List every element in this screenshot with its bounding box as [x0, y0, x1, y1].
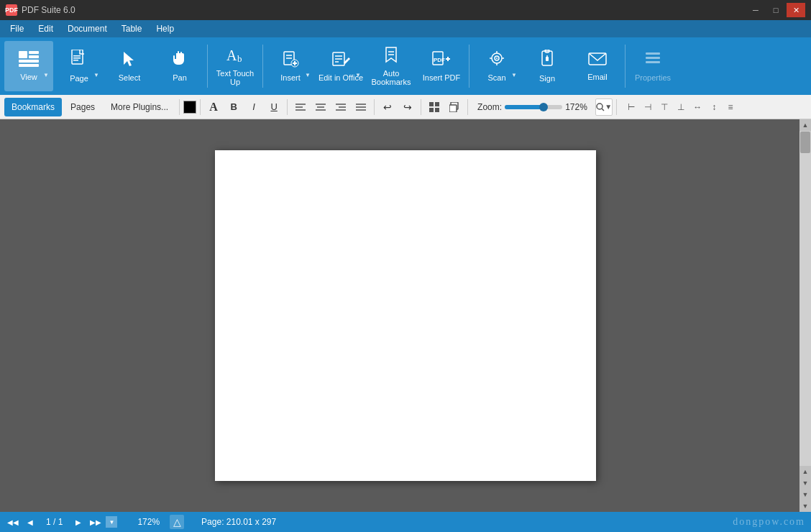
tool-snap-2[interactable]: ⊣: [640, 99, 656, 115]
nav-last-button[interactable]: ▶▶: [88, 515, 103, 529]
scan-icon: [487, 50, 506, 70]
redo-button[interactable]: ↪: [398, 98, 417, 116]
nav-first-button[interactable]: ◀◀: [6, 515, 20, 529]
sign-icon: [539, 50, 555, 71]
tool-text-touch-up[interactable]: A b Text Touch Up: [211, 41, 260, 91]
cut-button[interactable]: [425, 98, 444, 116]
svg-rect-56: [435, 102, 439, 106]
align-justify-button[interactable]: [352, 98, 370, 116]
tool-view[interactable]: View ▼: [4, 41, 53, 91]
zoom-search-button[interactable]: ▼: [595, 98, 613, 116]
scroll-down-3[interactable]: ▼: [799, 489, 811, 500]
sec-separator-2: [200, 99, 201, 115]
tool-distribute-h[interactable]: ↔: [689, 99, 705, 115]
tool-sign[interactable]: Sign: [523, 41, 572, 91]
scroll-down-2[interactable]: ▼: [799, 477, 811, 489]
scroll-thumb[interactable]: [800, 132, 810, 153]
view-dropdown-arrow: ▼: [43, 72, 49, 78]
title-bar-left: PDF PDF Suite 6.0: [6, 4, 75, 16]
title-bar: PDF PDF Suite 6.0 ─ □ ✕: [0, 0, 811, 20]
align-right-button[interactable]: [331, 98, 350, 116]
auto-bookmarks-icon: [382, 46, 400, 66]
main-content: ▲ ▲ ▼ ▼ ▼: [0, 119, 811, 512]
page-dropdown-arrow: ▼: [93, 72, 99, 78]
insert-dropdown-arrow: ▼: [305, 72, 311, 78]
nav-prev-button[interactable]: ◀: [23, 515, 37, 529]
align-left-button[interactable]: [291, 98, 310, 116]
tool-scan[interactable]: Scan ▼: [472, 41, 521, 91]
page-nav-dropdown[interactable]: ▼: [106, 516, 117, 528]
zoom-slider-thumb[interactable]: [539, 103, 548, 111]
tab-bookmarks[interactable]: Bookmarks: [4, 98, 62, 116]
title-bar-controls: ─ □ ✕: [746, 3, 805, 17]
pan-label: Pan: [173, 73, 187, 82]
scroll-track[interactable]: [799, 131, 811, 466]
svg-rect-7: [73, 58, 81, 59]
menu-table[interactable]: Table: [114, 20, 150, 37]
tool-insert[interactable]: Insert ▼: [266, 41, 315, 91]
zoom-up-button[interactable]: △: [170, 515, 184, 529]
insert-icon: [282, 50, 299, 70]
text-touch-up-icon: A b: [225, 46, 245, 66]
tool-pan[interactable]: Pan: [155, 41, 204, 91]
tool-select[interactable]: Select: [105, 41, 154, 91]
bold-button[interactable]: B: [224, 98, 243, 116]
secondary-toolbar: Bookmarks Pages More Plugins... A B I U …: [0, 95, 811, 119]
tool-snap-1[interactable]: ⊢: [623, 99, 639, 115]
nav-next-button[interactable]: ▶: [71, 515, 86, 529]
copy-button[interactable]: [445, 98, 464, 116]
menu-file[interactable]: File: [3, 20, 31, 37]
edit-office-dropdown-arrow: ▼: [355, 72, 361, 78]
properties-label: Properties: [635, 73, 671, 82]
svg-rect-3: [19, 60, 39, 63]
sec-separator-1: [179, 99, 180, 115]
tool-edit-in-office[interactable]: Edit in Office ▼: [316, 41, 365, 91]
tool-snap-4[interactable]: ⊥: [673, 99, 689, 115]
svg-rect-2: [29, 55, 39, 58]
tool-auto-bookmarks[interactable]: Auto Bookmarks: [367, 41, 416, 91]
svg-line-62: [602, 109, 604, 111]
scan-label: Scan: [487, 73, 505, 82]
page-icon: [71, 50, 87, 71]
toolbar-separator-4: [625, 45, 626, 88]
tool-properties[interactable]: Properties: [628, 41, 677, 91]
close-button[interactable]: ✕: [787, 3, 805, 17]
svg-rect-5: [72, 50, 83, 64]
menu-edit[interactable]: Edit: [31, 20, 60, 37]
restore-button[interactable]: □: [766, 3, 785, 17]
tool-distribute-v[interactable]: ↕: [706, 99, 722, 115]
tool-snap-3[interactable]: ⊤: [656, 99, 672, 115]
tool-more[interactable]: ≡: [723, 99, 738, 115]
align-center-button[interactable]: [311, 98, 330, 116]
toolbar-separator-1: [207, 45, 208, 88]
menu-bar: File Edit Document Table Help: [0, 20, 811, 37]
svg-rect-4: [19, 64, 39, 67]
undo-button[interactable]: ↩: [378, 98, 397, 116]
sec-separator-3: [287, 99, 288, 115]
insert-label: Insert: [280, 73, 301, 82]
toolbar-separator-2: [262, 45, 263, 88]
properties-icon: [644, 50, 661, 70]
tab-pages[interactable]: Pages: [63, 98, 102, 116]
scroll-down-bottom[interactable]: ▼: [799, 500, 811, 512]
italic-button[interactable]: I: [244, 98, 263, 116]
sec-separator-7: [616, 99, 617, 115]
toolbar-separator-3: [469, 45, 469, 88]
tool-email[interactable]: Email: [573, 41, 622, 91]
color-swatch[interactable]: [183, 101, 196, 114]
scroll-down-1[interactable]: ▲: [799, 466, 811, 477]
minimize-button[interactable]: ─: [746, 3, 765, 17]
tool-insert-pdf[interactable]: PDF Insert PDF: [417, 41, 466, 91]
sec-separator-6: [467, 99, 468, 115]
underline-button[interactable]: U: [265, 98, 283, 116]
sec-separator-4: [374, 99, 375, 115]
menu-document[interactable]: Document: [60, 20, 114, 37]
menu-help[interactable]: Help: [149, 20, 181, 37]
zoom-slider[interactable]: [505, 105, 562, 109]
scan-dropdown-arrow: ▼: [511, 72, 517, 78]
scroll-up-button[interactable]: ▲: [799, 119, 811, 131]
font-size-indicator[interactable]: A: [204, 98, 223, 116]
sign-label: Sign: [539, 74, 555, 83]
tab-more-plugins[interactable]: More Plugins...: [104, 98, 175, 116]
tool-page[interactable]: Page ▼: [55, 41, 104, 91]
